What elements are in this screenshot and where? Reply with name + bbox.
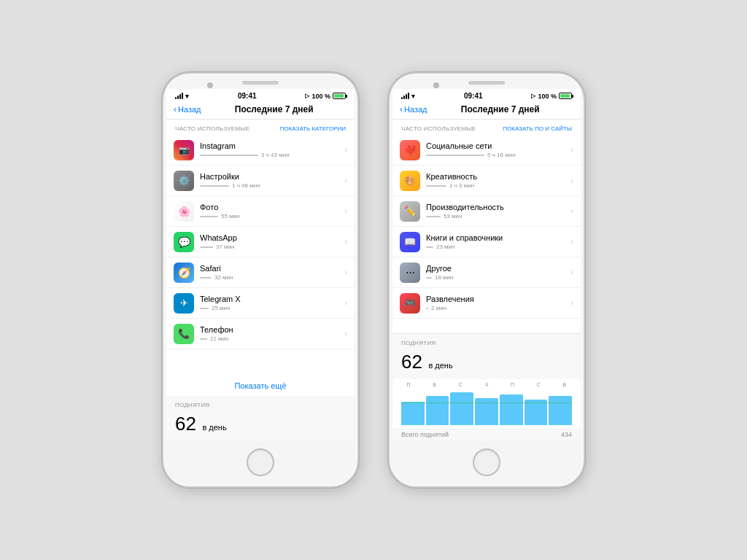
list-item[interactable]: ✏️ Производительность 53 мин › xyxy=(392,196,581,227)
list-item[interactable]: 🎮 Развлечения 2 мин › xyxy=(392,288,581,319)
chevron-right-icon: › xyxy=(345,176,347,184)
app-bar-wrap: 3 ч 43 мин xyxy=(200,152,345,158)
list-item[interactable]: 🎨 Креативность 1 ч 3 мин › xyxy=(392,166,581,196)
list-item[interactable]: 📖 Книги и справочники 23 мин › xyxy=(392,227,581,257)
wifi-icon: ▾ xyxy=(185,93,189,100)
list-item[interactable]: 🌸 Фото 55 мин › xyxy=(166,196,355,227)
app-bar-wrap: 21 мин xyxy=(200,335,345,342)
bar-chart-area: П В С Ч П С В xyxy=(392,379,581,428)
section-label-1: ЧАСТО ИСПОЛЬЗУЕМЫЕ xyxy=(175,125,249,132)
app-info-phone: Телефон 21 мин xyxy=(200,325,345,342)
list-item[interactable]: 📞 Телефон 21 мин › xyxy=(166,319,355,349)
chevron-right-icon: › xyxy=(345,268,347,276)
cat-info-other: Другое 18 мин xyxy=(426,264,571,281)
app-time: 5 ч 16 мин xyxy=(487,152,516,158)
app-time: 18 мин xyxy=(435,274,454,281)
chart-day: Ч xyxy=(479,382,494,387)
photos-icon: 🌸 xyxy=(174,201,194,222)
list-item[interactable]: 💬 WhatsApp 37 мин › xyxy=(166,227,355,257)
usage-bar xyxy=(200,277,212,279)
list-item[interactable]: ⋯ Другое 18 мин › xyxy=(392,257,581,288)
app-info-telegram: Telegram X 25 мин xyxy=(200,295,345,311)
books-icon: 📖 xyxy=(400,232,420,252)
status-bar-2: ▾ 09:41 ▷ 100 % xyxy=(392,89,581,101)
chevron-right-icon: › xyxy=(571,268,573,276)
list-item[interactable]: 🧭 Safari 32 мин › xyxy=(166,257,355,288)
app-info-settings: Настройки 1 ч 46 мин xyxy=(200,172,345,189)
home-button-2[interactable] xyxy=(473,448,500,476)
bar-chart xyxy=(401,389,572,425)
back-button-1[interactable]: ‹ Назад xyxy=(174,104,201,114)
app-time: 53 мин xyxy=(444,213,462,219)
app-bar-wrap: 18 мин xyxy=(426,274,571,281)
show-more-button[interactable]: Показать ещё xyxy=(166,376,355,396)
phone-top-1 xyxy=(163,74,357,89)
app-bar-wrap: 1 ч 46 мин xyxy=(200,182,345,189)
app-bar-wrap: 55 мин xyxy=(200,213,345,219)
back-button-2[interactable]: ‹ Назад xyxy=(400,104,427,114)
cat-info-creative: Креативность 1 ч 3 мин xyxy=(426,172,571,189)
pickups-total-row: Всего поднятий 434 xyxy=(392,428,581,441)
chevron-right-icon: › xyxy=(345,146,347,154)
battery-percent-2: 100 % xyxy=(538,93,557,100)
pickups-count-2: 62 в день xyxy=(392,348,581,379)
category-name: Производительность xyxy=(426,203,571,211)
category-name: Другое xyxy=(426,264,571,273)
chevron-right-icon: › xyxy=(571,176,573,184)
status-left-2: ▾ xyxy=(401,93,415,100)
cat-info-productivity: Производительность 53 мин xyxy=(426,203,571,219)
app-time: 2 мин xyxy=(431,305,446,311)
cat-info-social: Социальные сети 5 ч 16 мин xyxy=(426,141,571,158)
category-name: Развлечения xyxy=(426,295,571,303)
app-time: 55 мин xyxy=(221,213,240,219)
battery-percent-1: 100 % xyxy=(311,93,330,100)
chevron-right-icon: › xyxy=(345,299,347,307)
pickups-number-1: 62 xyxy=(175,413,196,435)
status-right-2: ▷ 100 % xyxy=(531,93,572,100)
usage-bar xyxy=(426,246,433,248)
home-button-1[interactable] xyxy=(247,448,274,476)
list-item[interactable]: 📷 Instagram 3 ч 43 мин › xyxy=(166,135,355,166)
list-item[interactable]: ❤️ Социальные сети 5 ч 16 мин › xyxy=(392,135,581,166)
usage-bar xyxy=(200,216,218,217)
pickups-number-2: 62 xyxy=(401,351,422,373)
cat-info-entertainment: Развлечения 2 мин xyxy=(426,295,571,311)
screen-2: ▾ 09:41 ▷ 100 % ‹ Назад Последние 7 дней xyxy=(392,89,581,441)
show-by-apps-button[interactable]: ПОКАЗАТЬ ПО И САЙТЫ xyxy=(503,125,572,132)
entertainment-icon: 🎮 xyxy=(400,293,420,314)
creative-icon: 🎨 xyxy=(400,171,420,191)
nav-bar-2: ‹ Назад Последние 7 дней xyxy=(392,101,581,120)
location-icon: ▷ xyxy=(305,93,309,99)
category-name: Креативность xyxy=(426,172,571,181)
app-time: 37 мин xyxy=(216,244,235,250)
app-time: 25 мин xyxy=(212,305,231,311)
list-item[interactable]: ⚙️ Настройки 1 ч 46 мин › xyxy=(166,166,355,196)
chevron-right-icon: › xyxy=(571,207,573,215)
instagram-icon: 📷 xyxy=(174,140,194,160)
usage-bar xyxy=(426,185,446,187)
pickups-section-1: ПОДНЯТИЯ 62 в день xyxy=(166,396,355,441)
usage-bar xyxy=(426,308,428,309)
whatsapp-icon: 💬 xyxy=(174,232,194,252)
app-bar-wrap: 37 мин xyxy=(200,244,345,250)
bar xyxy=(549,396,572,425)
show-categories-button[interactable]: ПОКАЗАТЬ КАТЕГОРИИ xyxy=(280,125,346,132)
app-name: Фото xyxy=(200,203,345,211)
list-item[interactable]: ✈ Telegram X 25 мин › xyxy=(166,288,355,319)
app-bar-wrap: 2 мин xyxy=(426,305,571,311)
usage-bar xyxy=(426,277,432,279)
bar xyxy=(500,394,523,426)
phone-1: ▾ 09:41 ▷ 100 % ‹ Назад Последние 7 дней xyxy=(162,72,359,488)
chart-day: С xyxy=(453,382,468,387)
chevron-right-icon: › xyxy=(571,146,573,154)
chevron-right-icon: › xyxy=(571,299,573,307)
app-time: 23 мин xyxy=(436,244,455,250)
usage-bar xyxy=(200,338,207,340)
usage-bar xyxy=(200,246,213,248)
pickups-count-1: 62 в день xyxy=(166,410,355,441)
app-time: 1 ч 46 мин xyxy=(232,182,260,189)
phone-bottom-2 xyxy=(390,441,584,486)
camera-1 xyxy=(207,82,213,88)
chart-day: В xyxy=(557,382,572,387)
pickups-label-2: ПОДНЯТИЯ xyxy=(392,334,581,348)
